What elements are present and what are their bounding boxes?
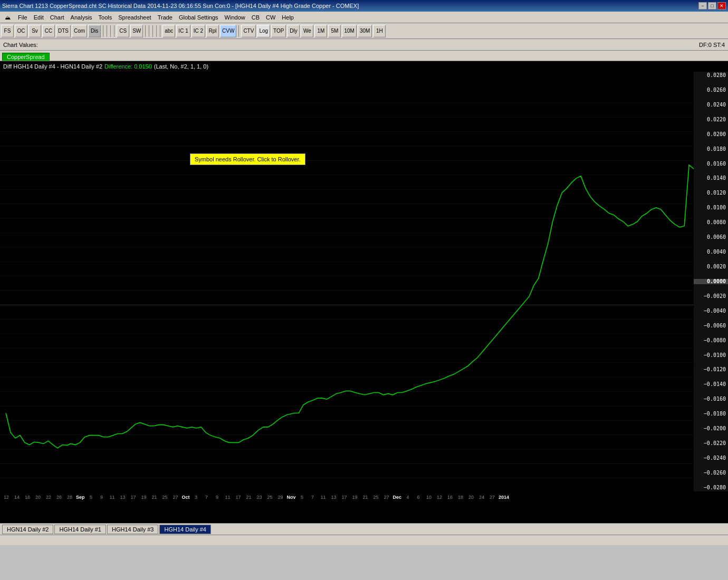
toolbar-btn-cvw[interactable]: CVW (220, 25, 236, 37)
date-label-12: 17 (129, 495, 138, 500)
price-tick-19: −0.0100 (694, 353, 728, 358)
bottom-tab-3[interactable]: HGH14 Daily #4 (159, 525, 210, 534)
toolbar-btn-cc[interactable]: CC (42, 25, 55, 37)
toolbar: FSOCSvCCDTSComDisCSSWabcIC 1IC 2RplCVWCT… (0, 23, 728, 39)
menu-item-tools[interactable]: Tools (95, 12, 116, 23)
toolbar-btn-ic-2[interactable]: IC 2 (191, 25, 205, 37)
price-tick-24: −0.0200 (694, 426, 728, 431)
date-label-29: 7 (308, 495, 318, 500)
toolbar-separator (160, 25, 160, 37)
menu-bar: ⛰FileEditChartAnalysisToolsSpreadsheetTr… (0, 12, 728, 23)
toolbar-btn-1h[interactable]: 1H (373, 25, 386, 37)
date-label-10: 11 (108, 495, 117, 500)
menu-item-cb[interactable]: CB (248, 12, 263, 23)
price-tick-27: −0.0260 (694, 470, 728, 476)
menu-item-window[interactable]: Window (222, 12, 248, 23)
symbol-tab[interactable]: CopperSpread (2, 53, 50, 61)
toolbar-btn-ic-1[interactable]: IC 1 (176, 25, 190, 37)
chart-info-line: Diff HGH14 Daily #4 - HGN14 Daily #2 Dif… (0, 61, 728, 72)
date-label-0: 12 (2, 495, 11, 500)
toolbar-btn-5m[interactable]: 5M (328, 25, 341, 37)
price-tick-0: 0.0280 (694, 73, 728, 78)
bottom-tab-2[interactable]: HGH14 Daily #3 (107, 525, 158, 534)
price-tick-20: −0.0120 (694, 367, 728, 372)
price-tick-3: 0.0220 (694, 117, 728, 122)
menu-item-edit[interactable]: Edit (31, 12, 47, 23)
toolbar-separator (107, 25, 107, 37)
price-tick-28: −0.0280 (694, 485, 728, 490)
toolbar-btn-com[interactable]: Com (72, 25, 87, 37)
price-tick-1: 0.0260 (694, 88, 728, 93)
date-label-7: Sep (76, 495, 85, 500)
minimize-button[interactable]: − (698, 2, 707, 9)
toolbar-separator (114, 25, 114, 37)
date-label-13: 19 (139, 495, 149, 500)
date-label-32: 17 (340, 495, 349, 500)
date-label-41: 12 (435, 495, 444, 500)
date-label-2: 16 (23, 495, 32, 500)
price-tick-8: 0.0120 (694, 190, 728, 196)
rollover-tooltip[interactable]: Symbol needs Rollover. Click to Rollover… (190, 153, 305, 165)
toolbar-btn-dis[interactable]: Dis (88, 25, 101, 37)
toolbar-btn-log[interactable]: Log (257, 25, 270, 37)
date-label-47: 2014 (499, 495, 509, 500)
toolbar-btn-fs[interactable]: FS (1, 25, 14, 37)
chart-values-bar: Chart Values: DF:0 ST:4 (0, 39, 728, 51)
price-tick-13: 0.0020 (694, 264, 728, 269)
date-label-25: 25 (265, 495, 275, 500)
date-label-37: Dec (393, 495, 402, 500)
menu-item-cw[interactable]: CW (263, 12, 279, 23)
date-axis: 12141620222628Sep5911131719212527Oct3791… (0, 491, 694, 503)
toolbar-btn-top[interactable]: TOP (271, 25, 286, 37)
menu-item-file[interactable]: File (15, 12, 31, 23)
menu-item-trade[interactable]: Trade (155, 12, 176, 23)
price-tick-17: −0.0060 (694, 323, 728, 328)
main-area: Diff HGH14 Daily #4 - HGN14 Daily #2 Dif… (0, 61, 728, 523)
toolbar-separator (152, 25, 153, 37)
date-label-36: 27 (382, 495, 391, 500)
close-button[interactable]: ✕ (717, 2, 726, 9)
maximize-button[interactable]: □ (708, 2, 716, 9)
date-label-3: 20 (33, 495, 43, 500)
date-label-44: 20 (466, 495, 476, 500)
toolbar-btn-cs[interactable]: CS (117, 25, 129, 37)
toolbar-btn-sw[interactable]: SW (130, 25, 143, 37)
date-label-30: 11 (319, 495, 328, 500)
date-label-15: 25 (160, 495, 170, 500)
price-tick-21: −0.0140 (694, 382, 728, 387)
toolbar-btn-10m[interactable]: 10M (342, 25, 356, 37)
price-tick-22: −0.0160 (694, 397, 728, 402)
date-label-40: 10 (424, 495, 434, 500)
date-label-5: 26 (54, 495, 64, 500)
toolbar-btn-30m[interactable]: 30M (358, 25, 372, 37)
date-label-21: 11 (223, 495, 233, 500)
toolbar-btn-we[interactable]: We (301, 25, 313, 37)
toolbar-btn-ctv[interactable]: CTV (241, 25, 256, 37)
window-controls: − □ ✕ (698, 2, 726, 9)
toolbar-btn-oc[interactable]: OC (15, 25, 27, 37)
date-label-34: 21 (361, 495, 370, 500)
spread-line (6, 165, 694, 448)
menu-item-chart[interactable]: Chart (47, 12, 68, 23)
toolbar-btn-dly[interactable]: Dly (287, 25, 300, 37)
bottom-tab-0[interactable]: HGN14 Daily #2 (2, 525, 53, 534)
toolbar-separator (110, 25, 111, 37)
menu-item-global-settings[interactable]: Global Settings (176, 12, 222, 23)
date-label-24: 23 (255, 495, 264, 500)
bottom-tab-1[interactable]: HGH14 Daily #1 (54, 525, 106, 534)
app-icon: ⛰ (2, 12, 13, 23)
toolbar-btn-dts[interactable]: DTS (56, 25, 71, 37)
toolbar-btn-sv[interactable]: Sv (28, 25, 41, 37)
toolbar-btn-rpl[interactable]: Rpl (206, 25, 219, 37)
toolbar-btn-1m[interactable]: 1M (314, 25, 327, 37)
date-label-1: 14 (12, 495, 22, 500)
date-label-19: 7 (202, 495, 212, 500)
menu-item-spreadsheet[interactable]: Spreadsheet (115, 12, 154, 23)
toolbar-btn-abc[interactable]: abc (162, 25, 175, 37)
date-label-33: 19 (350, 495, 360, 500)
toolbar-separator (103, 25, 103, 37)
date-label-23: 21 (244, 495, 254, 500)
menu-item-analysis[interactable]: Analysis (68, 12, 95, 23)
price-tick-9: 0.0100 (694, 205, 728, 210)
menu-item-help[interactable]: Help (279, 12, 297, 23)
